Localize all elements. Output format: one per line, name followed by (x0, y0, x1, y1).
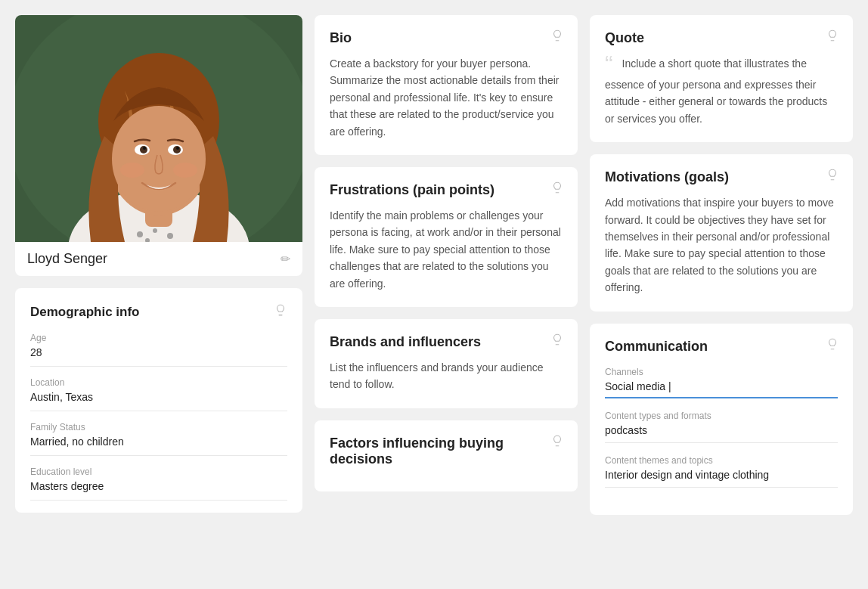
motivations-bulb-icon (826, 168, 839, 185)
factors-bulb-icon (550, 434, 564, 451)
frustrations-bulb-icon (550, 181, 564, 198)
family-status-label: Family Status (30, 422, 287, 432)
education-label: Education level (30, 467, 287, 477)
family-status-value: Married, no children (30, 436, 287, 456)
frustrations-card: Frustrations (pain points) Identify the … (315, 167, 578, 307)
svg-point-17 (120, 163, 144, 178)
quote-card: Quote “ Include a short quote that illus… (590, 15, 853, 142)
profile-name: Lloyd Senger (27, 251, 107, 267)
profile-card: Lloyd Senger ✏ (15, 15, 302, 276)
frustrations-body: Identify the main problems or challenges… (330, 207, 563, 292)
svg-point-5 (167, 233, 173, 239)
comm-bulb-icon (826, 337, 839, 355)
brands-body: List the influencers and brands your aud… (330, 359, 563, 393)
profile-name-row: Lloyd Senger ✏ (15, 242, 302, 276)
quote-bulb-icon (826, 29, 839, 46)
location-label: Location (30, 377, 287, 388)
location-value: Austin, Texas (30, 391, 287, 411)
frustrations-title: Frustrations (pain points) (330, 182, 563, 198)
brands-title: Brands and influencers (330, 334, 563, 350)
content-themes-value: Interior design and vintage clothing (605, 469, 838, 488)
right-column: Quote “ Include a short quote that illus… (590, 15, 853, 526)
channels-label: Channels (605, 367, 838, 377)
svg-point-16 (176, 147, 179, 150)
location-field: Location Austin, Texas (30, 377, 287, 411)
quote-mark-icon: “ (605, 52, 613, 76)
content-types-value: podcasts (605, 424, 838, 443)
education-field: Education level Masters degree (30, 467, 287, 501)
svg-point-10 (112, 106, 206, 212)
demographic-card: Demographic info Age 28 Location Austin,… (15, 288, 302, 513)
age-field: Age 28 (30, 333, 287, 367)
svg-point-15 (143, 147, 146, 150)
svg-point-4 (153, 228, 157, 233)
factors-title: Factors influencing buying decisions (330, 436, 563, 467)
age-label: Age (30, 333, 287, 343)
family-status-field: Family Status Married, no children (30, 422, 287, 456)
bio-body: Create a backstory for your buyer person… (330, 55, 563, 140)
content-themes-label: Content themes and topics (605, 455, 838, 466)
svg-point-18 (173, 163, 197, 178)
channels-value[interactable]: Social media | (605, 380, 838, 398)
education-value: Masters degree (30, 480, 287, 501)
bio-card: Bio Create a backstory for your buyer pe… (315, 15, 578, 155)
profile-photo (15, 15, 302, 242)
brands-card: Brands and influencers List the influenc… (315, 319, 578, 408)
bio-title: Bio (330, 30, 563, 46)
communication-card: Communication Channels Social media | Co… (590, 324, 853, 515)
age-value: 28 (30, 346, 287, 367)
factors-card: Factors influencing buying decisions (315, 420, 578, 491)
demographic-bulb-icon (274, 303, 287, 321)
comm-title: Communication (605, 339, 838, 355)
left-column: Lloyd Senger ✏ Demographic info Age 28 (15, 15, 302, 574)
demographic-header: Demographic info (30, 303, 287, 321)
middle-column: Bio Create a backstory for your buyer pe… (315, 15, 578, 526)
brands-bulb-icon (550, 333, 564, 350)
edit-icon[interactable]: ✏ (281, 252, 290, 266)
content-types-label: Content types and formats (605, 411, 838, 421)
motivations-body: Add motivations that inspire your buyers… (605, 194, 838, 296)
motivations-card: Motivations (goals) Add motivations that… (590, 154, 853, 311)
demographic-title: Demographic info (30, 305, 140, 320)
svg-point-3 (137, 231, 143, 237)
motivations-title: Motivations (goals) (605, 169, 838, 185)
quote-body: “ Include a short quote that illustrates… (605, 55, 838, 127)
quote-text: Include a short quote that illustrates t… (605, 57, 827, 125)
quote-title: Quote (605, 30, 838, 46)
bio-bulb-icon (550, 29, 564, 46)
